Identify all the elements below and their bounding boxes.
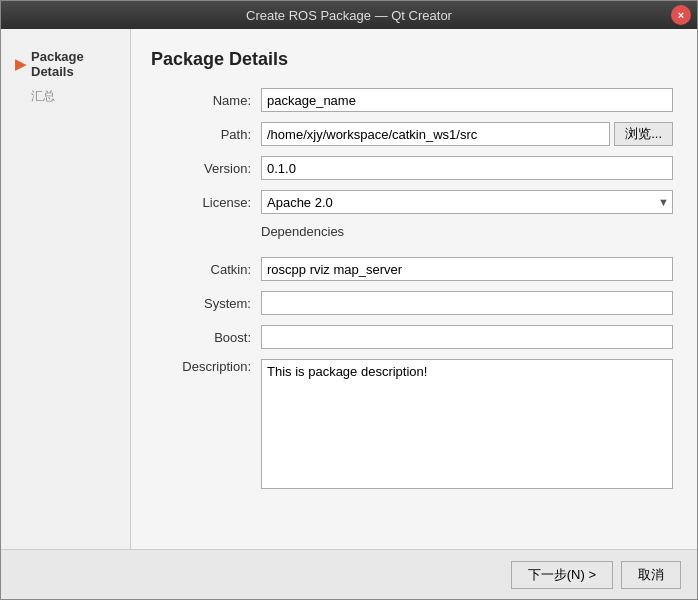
deps-heading-row: Dependencies — [151, 224, 673, 247]
license-select-wrapper: Apache 2.0 MIT BSD GPLv2 GPLv3 LGPLv2.1 … — [261, 190, 673, 214]
description-textarea[interactable]: This is package description! — [261, 359, 673, 489]
path-row: Path: 浏览... — [151, 122, 673, 146]
cancel-button[interactable]: 取消 — [621, 561, 681, 589]
close-button[interactable]: × — [671, 5, 691, 25]
deps-heading: Dependencies — [261, 224, 344, 239]
path-label: Path: — [151, 127, 261, 142]
content-area: ▶ Package Details 汇总 Package Details Nam… — [1, 29, 697, 549]
system-row: System: — [151, 291, 673, 315]
sidebar: ▶ Package Details 汇总 — [1, 29, 131, 549]
license-select[interactable]: Apache 2.0 MIT BSD GPLv2 GPLv3 LGPLv2.1 … — [261, 190, 673, 214]
name-row: Name: — [151, 88, 673, 112]
boost-input[interactable] — [261, 325, 673, 349]
name-input[interactable] — [261, 88, 673, 112]
license-label: License: — [151, 195, 261, 210]
browse-button[interactable]: 浏览... — [614, 122, 673, 146]
main-panel: Package Details Name: Path: 浏览... Versio… — [131, 29, 697, 549]
path-field-group: 浏览... — [261, 122, 673, 146]
boost-row: Boost: — [151, 325, 673, 349]
name-label: Name: — [151, 93, 261, 108]
boost-label: Boost: — [151, 330, 261, 345]
next-button[interactable]: 下一步(N) > — [511, 561, 613, 589]
description-label: Description: — [151, 359, 261, 374]
page-title: Package Details — [151, 49, 673, 70]
version-row: Version: — [151, 156, 673, 180]
main-window: Create ROS Package — Qt Creator × ▶ Pack… — [0, 0, 698, 600]
system-label: System: — [151, 296, 261, 311]
catkin-label: Catkin: — [151, 262, 261, 277]
license-row: License: Apache 2.0 MIT BSD GPLv2 GPLv3 … — [151, 190, 673, 214]
description-row: Description: This is package description… — [151, 359, 673, 489]
title-bar: Create ROS Package — Qt Creator × — [1, 1, 697, 29]
arrow-icon: ▶ — [15, 56, 26, 72]
catkin-input[interactable] — [261, 257, 673, 281]
version-label: Version: — [151, 161, 261, 176]
window-title: Create ROS Package — Qt Creator — [246, 8, 452, 23]
catkin-row: Catkin: — [151, 257, 673, 281]
version-input[interactable] — [261, 156, 673, 180]
path-input[interactable] — [261, 122, 610, 146]
sidebar-item-summary[interactable]: 汇总 — [9, 84, 122, 109]
bottom-bar: 下一步(N) > 取消 — [1, 549, 697, 599]
sidebar-item-package-details[interactable]: ▶ Package Details — [9, 44, 122, 84]
system-input[interactable] — [261, 291, 673, 315]
sidebar-item-label: Package Details — [31, 49, 116, 79]
